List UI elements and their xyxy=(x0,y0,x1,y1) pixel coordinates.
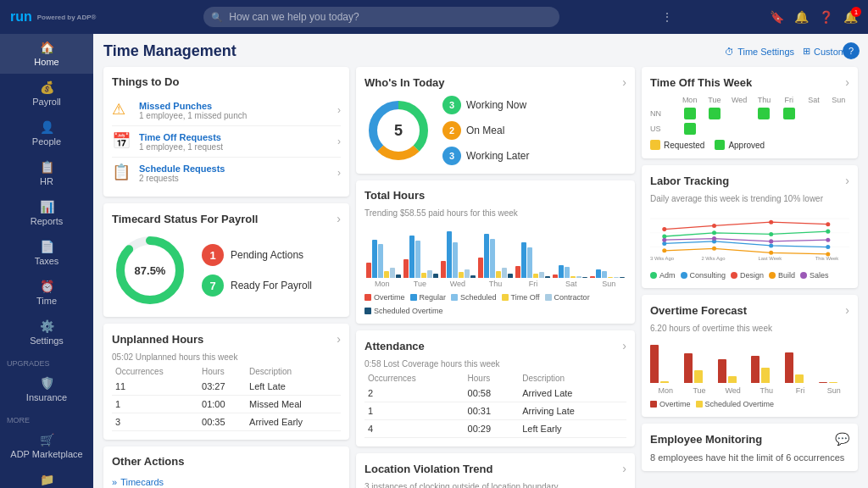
legend-adm: Adm xyxy=(650,271,676,280)
chevron-right-icon[interactable]: › xyxy=(622,339,626,352)
regular-bar xyxy=(596,269,601,278)
regular-bar xyxy=(521,242,526,278)
cell-occurrences: 4 xyxy=(364,420,465,438)
clock-icon: ⏱ xyxy=(725,47,734,57)
sidebar-item-time[interactable]: ⏰ Time xyxy=(0,273,93,313)
timeoff-bar xyxy=(459,272,464,278)
pending-actions-item: 1 Pending Actions xyxy=(202,244,312,266)
ot-x-labels: Mon Tue Wed Thu Fri Sun xyxy=(650,386,849,395)
timecard-status-card: Timecard Status For Payroll › 87.5% 1 xyxy=(103,203,349,317)
table-row: 1 00:31 Arriving Late xyxy=(364,402,626,420)
search-bar: 🔍 xyxy=(203,7,559,27)
labor-tracking-header: Labor Tracking › xyxy=(650,174,849,187)
total-hours-subtitle: Trending $58.55 paid hours for this week xyxy=(364,208,626,218)
customize-icon: ⊞ xyxy=(803,46,810,57)
sidebar-item-insurance[interactable]: 🛡️ Insurance xyxy=(0,369,93,409)
gauge-chart: 87.5% xyxy=(112,232,188,308)
hr-icon: 📋 xyxy=(40,160,54,174)
chevron-right-icon[interactable]: › xyxy=(337,332,341,346)
app-logo: run Powered by ADP® xyxy=(10,9,96,25)
working-later-badge: 3 xyxy=(442,147,461,165)
col-occurrences: Occurrences xyxy=(364,372,465,385)
bell-slash-icon[interactable]: 🔔 xyxy=(794,10,809,24)
todo-title[interactable]: Time Off Requests xyxy=(139,132,337,142)
sidebar-item-label: Payroll xyxy=(32,97,61,107)
todo-title[interactable]: Missed Punches xyxy=(139,101,337,111)
help-button[interactable]: ? xyxy=(843,42,860,59)
ot-bar xyxy=(650,345,659,383)
sidebar-item-home[interactable]: 🏠 Home xyxy=(0,34,93,74)
sidebar-item-hr[interactable]: 📋 HR xyxy=(0,153,93,193)
legend-contractor: Contractor xyxy=(545,293,590,302)
row-label-nn: NN xyxy=(650,109,676,118)
sidebar-item-taxes[interactable]: 📄 Taxes xyxy=(0,233,93,273)
regular-bar xyxy=(484,234,489,278)
people-icon: 👤 xyxy=(40,120,54,134)
timecard-items: 1 Pending Actions 7 Ready For Payroll xyxy=(202,244,312,297)
total-hours-card: Total Hours Trending $58.55 paid hours f… xyxy=(356,180,635,324)
time-settings-button[interactable]: ⏱ Time Settings xyxy=(725,47,794,57)
sidebar-item-reports[interactable]: 📊 Reports xyxy=(0,193,93,233)
chart-x-labels: Mon Tue Wed Thu Fri Sat Sun xyxy=(364,280,626,288)
sidebar-item-settings[interactable]: ⚙️ Settings xyxy=(0,313,93,352)
chevron-right-icon[interactable]: › xyxy=(845,303,849,317)
overtime-forecast-header: Overtime Forecast › xyxy=(650,303,849,317)
day-header-wed: Wed xyxy=(729,96,750,104)
bookmark-icon[interactable]: 🔖 xyxy=(770,10,784,24)
sidebar-item-doc-vault[interactable]: 📁 Doc Vault xyxy=(0,466,93,488)
sched-ot-bar xyxy=(545,276,550,278)
chevron-right-icon[interactable]: › xyxy=(337,104,341,116)
column-1: Things to Do ⚠ Missed Punches 1 employee… xyxy=(103,67,349,488)
cell-occurrences: 2 xyxy=(364,385,465,402)
labor-tracking-card: Labor Tracking › Daily average this week… xyxy=(642,165,858,288)
legend-timeoff: Time Off xyxy=(502,293,540,302)
chevron-right-icon[interactable]: › xyxy=(622,75,626,89)
chevron-right-icon[interactable]: › xyxy=(337,212,341,225)
time-off-grid: Mon Tue Wed Thu Fri Sat Sun NN xyxy=(650,96,849,135)
cell-hours: 00:58 xyxy=(465,385,520,402)
timecard-header: Timecard Status For Payroll › xyxy=(112,212,341,225)
timecards-link[interactable]: » Timecards xyxy=(112,474,341,488)
insurance-icon: 🛡️ xyxy=(40,376,54,390)
legend-working-now: 3 Working Now xyxy=(442,96,529,114)
sidebar-item-adp-marketplace[interactable]: 🛒 ADP Marketplace xyxy=(0,426,93,466)
scheduled-bar xyxy=(453,242,458,278)
chevron-right-icon[interactable]: › xyxy=(337,167,341,179)
col-hours: Hours xyxy=(465,372,520,385)
help-icon[interactable]: ❓ xyxy=(819,10,833,24)
chevron-right-icon[interactable]: › xyxy=(337,136,341,147)
timeoff-bar xyxy=(608,277,613,278)
scheduled-bar xyxy=(490,239,495,278)
cell-occurrences: 1 xyxy=(112,396,198,413)
notification-icon[interactable]: 🔔 1 xyxy=(843,10,858,24)
scheduled-bar xyxy=(565,267,570,278)
x-label-wed: Wed xyxy=(440,280,476,288)
chat-icon[interactable]: 💬 xyxy=(835,432,849,446)
chevron-right-icon[interactable]: › xyxy=(845,174,849,187)
sidebar-item-payroll[interactable]: 💰 Payroll xyxy=(0,74,93,114)
chevron-right-icon[interactable]: › xyxy=(845,75,849,89)
x-label-sun: Sun xyxy=(591,280,626,288)
home-icon: 🏠 xyxy=(40,41,54,54)
more-icon[interactable]: ⋮ xyxy=(661,10,673,24)
sidebar-item-people[interactable]: 👤 People xyxy=(0,114,93,153)
svg-point-15 xyxy=(769,243,773,247)
overtime-forecast-title: Overtime Forecast xyxy=(650,304,747,317)
time-icon: ⏰ xyxy=(40,280,54,293)
on-meal-label: On Meal xyxy=(466,125,504,136)
todo-title[interactable]: Schedule Requests xyxy=(139,164,337,174)
unplanned-table: Occurrences Hours Description 11 03:27 L… xyxy=(112,365,341,431)
todo-sub: 2 requests xyxy=(139,174,337,183)
svg-point-27 xyxy=(769,239,773,243)
payroll-icon: 💰 xyxy=(40,80,54,94)
search-input[interactable] xyxy=(203,7,559,27)
chevron-right-icon[interactable]: › xyxy=(622,462,626,475)
location-violation-title: Location Violation Trend xyxy=(364,463,492,475)
contractor-bar xyxy=(576,276,581,278)
whos-in-body: 5 3 Working Now 2 On Meal 3 W xyxy=(364,96,626,165)
svg-point-23 xyxy=(769,251,773,255)
attendance-card: Attendance › 0:58 Lost Coverage hours th… xyxy=(356,330,635,446)
todo-text: Time Off Requests 1 employee, 1 request xyxy=(139,132,337,152)
svg-point-17 xyxy=(662,227,666,231)
cell-hours: 01:00 xyxy=(198,396,246,413)
